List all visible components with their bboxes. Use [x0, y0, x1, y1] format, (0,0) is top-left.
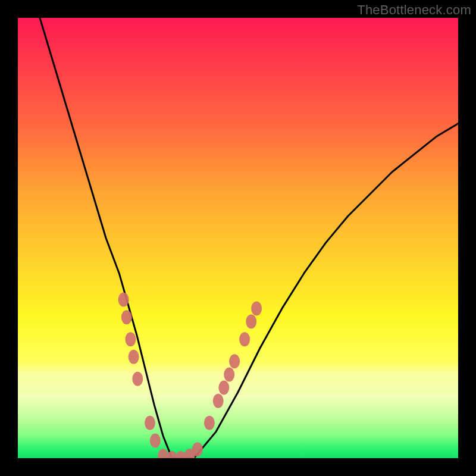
data-point	[192, 442, 203, 456]
chart-svg	[18, 18, 458, 458]
data-point	[118, 293, 129, 307]
data-point	[213, 394, 224, 408]
data-point	[239, 332, 250, 346]
curve-path	[40, 18, 458, 458]
data-point	[229, 354, 240, 368]
data-point	[150, 433, 161, 447]
plot-area	[18, 18, 458, 458]
watermark-text: TheBottleneck.com	[357, 2, 471, 18]
data-point	[251, 301, 262, 315]
data-point	[204, 416, 215, 430]
bottleneck-curve	[40, 18, 458, 458]
data-point	[224, 367, 234, 381]
data-point	[125, 332, 136, 346]
outer-frame: TheBottleneck.com	[0, 0, 476, 476]
data-point	[145, 416, 155, 430]
data-point	[129, 350, 139, 364]
data-point	[218, 381, 229, 395]
marker-layer	[118, 293, 262, 458]
data-point	[246, 315, 256, 329]
data-point	[121, 310, 132, 324]
data-point	[132, 372, 143, 386]
